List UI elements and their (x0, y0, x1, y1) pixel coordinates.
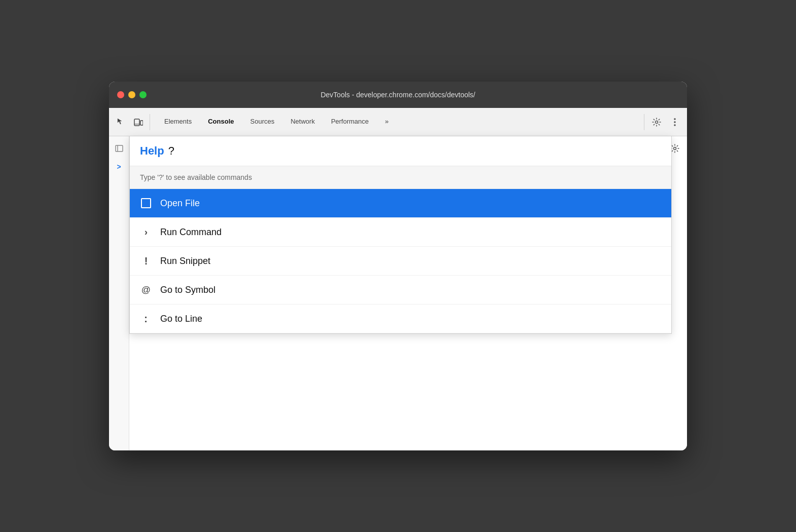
maximize-button[interactable] (139, 91, 147, 98)
command-palette-area: Help Type '?' to see available commands … (129, 136, 687, 450)
svg-point-6 (674, 124, 676, 126)
toolbar-right-actions (642, 114, 683, 130)
titlebar: DevTools - developer.chrome.com/docs/dev… (109, 82, 687, 108)
traffic-lights (117, 91, 147, 98)
toolbar-separator-2 (644, 114, 644, 130)
tab-console[interactable]: Console (200, 108, 242, 136)
command-item-run-command[interactable]: › Run Command (130, 218, 671, 247)
tab-elements[interactable]: Elements (156, 108, 200, 136)
toolbar: Elements Console Sources Network Perform… (109, 108, 687, 136)
svg-point-3 (656, 121, 658, 123)
devtools-window: DevTools - developer.chrome.com/docs/dev… (109, 82, 687, 450)
command-input-row: Help (130, 136, 671, 166)
svg-point-5 (674, 121, 676, 123)
inspect-element-button[interactable] (113, 114, 129, 130)
command-input[interactable] (168, 144, 661, 158)
minimize-button[interactable] (128, 91, 135, 98)
help-label: Help (140, 144, 164, 158)
svg-point-4 (674, 118, 676, 120)
run-command-icon: › (140, 226, 152, 238)
run-command-label: Run Command (160, 227, 222, 238)
toolbar-separator-1 (150, 114, 150, 130)
svg-point-9 (674, 147, 676, 150)
command-item-go-to-line[interactable]: : Go to Line (130, 305, 671, 333)
left-sidebar: > (109, 136, 129, 450)
more-options-button[interactable] (667, 114, 683, 130)
open-file-icon (140, 197, 152, 209)
go-to-symbol-icon: @ (140, 284, 152, 296)
tab-more[interactable]: » (377, 108, 396, 136)
svg-rect-1 (140, 121, 143, 125)
run-snippet-icon: ! (140, 255, 152, 267)
tab-network[interactable]: Network (282, 108, 323, 136)
tab-sources[interactable]: Sources (242, 108, 283, 136)
window-title: DevTools - developer.chrome.com/docs/dev… (320, 91, 475, 99)
run-snippet-label: Run Snippet (160, 256, 210, 267)
command-item-run-snippet[interactable]: ! Run Snippet (130, 247, 671, 276)
open-file-label: Open File (160, 198, 200, 209)
hint-row: Type '?' to see available commands (130, 166, 671, 189)
command-palette: Help Type '?' to see available commands … (129, 136, 672, 334)
close-button[interactable] (117, 91, 124, 98)
go-to-symbol-label: Go to Symbol (160, 285, 215, 295)
sidebar-chevron[interactable]: > (111, 159, 127, 175)
sidebar-panel-icon[interactable] (111, 140, 127, 157)
settings-button[interactable] (648, 114, 665, 130)
command-item-go-to-symbol[interactable]: @ Go to Symbol (130, 276, 671, 305)
command-list: Open File › Run Command ! Run Snippet (130, 189, 671, 333)
toolbar-tabs: Elements Console Sources Network Perform… (156, 108, 642, 136)
main-content: > Help Type '?' to see available command… (109, 136, 687, 450)
go-to-line-icon: : (140, 313, 152, 325)
toolbar-left-icons (113, 114, 152, 130)
go-to-line-label: Go to Line (160, 314, 202, 324)
tab-performance[interactable]: Performance (323, 108, 377, 136)
command-item-open-file[interactable]: Open File (130, 189, 671, 218)
svg-rect-7 (116, 145, 123, 151)
svg-rect-0 (134, 119, 139, 126)
device-toggle-button[interactable] (130, 114, 147, 130)
